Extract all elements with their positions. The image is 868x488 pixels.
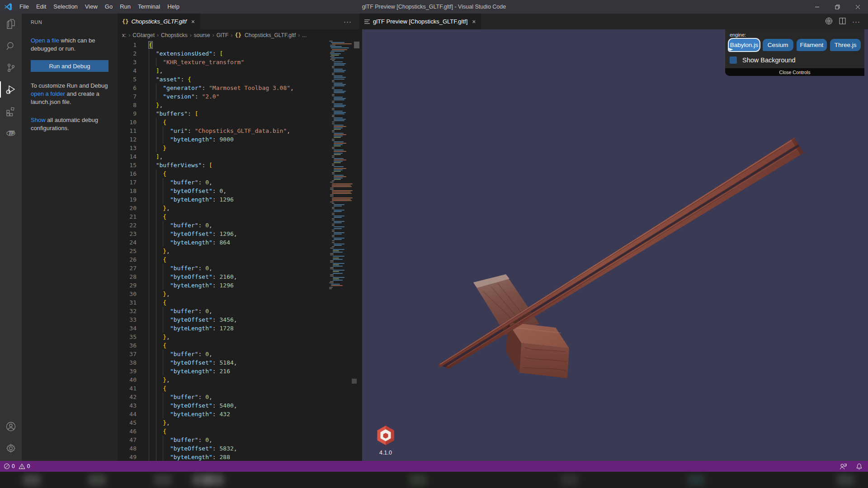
- tab-chopsticks-gltf[interactable]: {} Chopsticks_GLTF.gltf ×: [118, 14, 200, 29]
- menu-selection[interactable]: Selection: [50, 0, 81, 14]
- globe-icon[interactable]: [822, 17, 836, 26]
- indent-guide: [156, 427, 163, 436]
- code-token: ,: [166, 248, 170, 254]
- engine-button-threejs[interactable]: Three.js: [830, 39, 861, 51]
- engine-button-cesium[interactable]: Cesium: [763, 39, 793, 51]
- sidebar-link[interactable]: Show: [31, 117, 46, 123]
- indent-guide: [149, 375, 156, 384]
- menu-go[interactable]: Go: [101, 0, 116, 14]
- menu-run[interactable]: Run: [116, 0, 134, 14]
- code-editor[interactable]: 1{2 "extensionsUsed": [3 "KHR_texture_tr…: [118, 41, 326, 461]
- tab-close-icon[interactable]: ×: [471, 18, 476, 25]
- account-icon[interactable]: [0, 416, 22, 437]
- gltf-preview-viewport[interactable]: engine: Babylon.jsCesiumFilamentThree.js…: [359, 29, 868, 461]
- line-number: 39: [118, 367, 137, 375]
- search-icon[interactable]: [0, 35, 22, 57]
- engine-button-filament[interactable]: Filament: [797, 39, 827, 51]
- close-controls-button[interactable]: Close Controls: [725, 68, 864, 76]
- vscode-window: FileEditSelectionViewGoRunTerminalHelp g…: [0, 0, 868, 488]
- menu-view[interactable]: View: [81, 0, 101, 14]
- code-line: 7 "version": "2.0": [118, 92, 326, 101]
- line-number: 43: [118, 401, 137, 410]
- split-editor-icon[interactable]: [836, 18, 849, 26]
- minimap-line: [330, 45, 335, 46]
- code-line-content: "version": "2.0": [149, 92, 220, 101]
- minimap-line: [334, 111, 343, 112]
- minimap-line: [332, 95, 335, 96]
- minimap-line: [334, 221, 344, 222]
- run-and-debug-button[interactable]: Run and Debug: [31, 60, 108, 72]
- sidebar-link[interactable]: open a folder: [31, 90, 65, 97]
- line-number: 23: [118, 230, 137, 238]
- show-background-checkbox[interactable]: [730, 56, 737, 64]
- more-actions-icon[interactable]: ···: [340, 18, 355, 25]
- minimap-line: [332, 73, 335, 74]
- code-line-content: {: [149, 298, 166, 307]
- code-token: :: [188, 110, 195, 117]
- close-window-button[interactable]: [848, 0, 868, 14]
- minimap-slider[interactable]: [354, 42, 359, 48]
- tab-gltf-preview[interactable]: glTF Preview [Chopsticks_GLTF.gltf] ×: [359, 14, 481, 29]
- menu-file[interactable]: File: [16, 0, 33, 14]
- minimap-line: [332, 165, 335, 166]
- code-token: 1296: [220, 230, 234, 237]
- code-line: 30 },: [118, 290, 326, 298]
- code-line-content: "byteLength": 1728: [149, 324, 234, 333]
- breadcrumb-item[interactable]: Chopsticks: [161, 32, 188, 38]
- line-number: 4: [118, 66, 137, 75]
- indent-guide: [149, 169, 156, 178]
- minimap-line: [330, 276, 334, 277]
- breadcrumb-item[interactable]: {} Chopsticks_GLTF.gltf: [235, 32, 296, 38]
- settings-gear-icon[interactable]: [0, 437, 22, 459]
- feedback-icon[interactable]: [836, 461, 852, 472]
- code-token: "Chopsticks_GLTF_data.bin": [195, 127, 287, 134]
- extensions-icon[interactable]: [0, 100, 22, 122]
- breadcrumb-item[interactable]: ...: [302, 32, 307, 38]
- explorer-icon[interactable]: [0, 14, 22, 35]
- minimize-button[interactable]: [807, 0, 827, 14]
- source-control-icon[interactable]: [0, 57, 22, 79]
- menu-help[interactable]: Help: [164, 0, 183, 14]
- minimap[interactable]: [328, 41, 357, 362]
- minimap-line: [334, 151, 346, 152]
- minimap-line: [333, 266, 343, 267]
- more-actions-icon[interactable]: ···: [849, 18, 863, 25]
- minimap-line: [334, 245, 342, 246]
- code-line-content: "buffer": 0,: [149, 307, 212, 315]
- indent-guide: [163, 444, 170, 453]
- code-token: 432: [220, 411, 230, 418]
- indent-guide: [156, 187, 163, 195]
- breadcrumb-item[interactable]: GlTF: [217, 32, 229, 38]
- tab-close-icon[interactable]: ×: [190, 18, 196, 25]
- problems-status[interactable]: 0 0: [0, 461, 37, 472]
- breadcrumb-item[interactable]: CGtarget: [132, 32, 155, 38]
- code-token: 1728: [220, 325, 234, 332]
- minimap-line: [334, 238, 344, 239]
- indent-guide: [149, 221, 156, 230]
- breadcrumb-item[interactable]: x:: [122, 32, 126, 38]
- menu-terminal[interactable]: Terminal: [134, 0, 164, 14]
- indent-guide: [156, 333, 163, 341]
- minimap-line: [334, 79, 344, 80]
- code-token: ,: [159, 153, 163, 160]
- indent-guide: [156, 84, 163, 92]
- minimap-line: [334, 97, 343, 98]
- code-line-content: "byteLength": 9000: [149, 135, 234, 144]
- breadcrumb-item[interactable]: sourse: [194, 32, 210, 38]
- scrollbar-mark: [352, 379, 357, 384]
- code-line-content: "byteOffset": 5832,: [149, 444, 237, 453]
- minimap-line: [334, 119, 346, 120]
- sidebar-link[interactable]: Open a file: [31, 37, 59, 44]
- sidebar-paragraph: Open a file which can be debugged or run…: [31, 37, 111, 53]
- code-line-content: "buffer": 0,: [149, 350, 212, 358]
- sidebar-paragraph: To customize Run and Debug open a folder…: [31, 82, 111, 106]
- engine-button-babylonjs[interactable]: Babylon.js: [729, 39, 760, 51]
- notifications-bell-icon[interactable]: [852, 461, 868, 472]
- gltf-tools-icon[interactable]: TF: [0, 122, 22, 144]
- run-and-debug-icon[interactable]: [0, 79, 22, 100]
- menu-edit[interactable]: Edit: [33, 0, 50, 14]
- restore-button[interactable]: [827, 0, 848, 14]
- code-token: :: [212, 445, 220, 452]
- minimap-line: [332, 74, 335, 75]
- line-number: 13: [118, 144, 137, 152]
